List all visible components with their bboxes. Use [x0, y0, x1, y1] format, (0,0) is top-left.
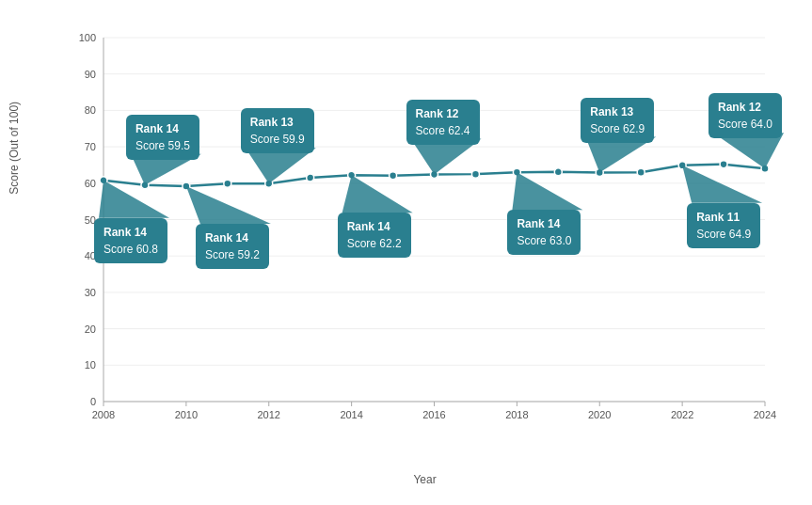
- svg-point-51: [471, 170, 479, 178]
- svg-point-47: [307, 174, 314, 181]
- svg-point-55: [637, 168, 645, 176]
- svg-point-45: [224, 180, 231, 187]
- svg-text:30: 30: [85, 287, 96, 298]
- svg-text:100: 100: [79, 32, 96, 43]
- svg-text:2012: 2012: [258, 409, 280, 420]
- svg-point-49: [390, 172, 397, 180]
- svg-marker-64: [411, 139, 482, 175]
- svg-text:2014: 2014: [340, 409, 362, 420]
- svg-text:2020: 2020: [588, 409, 611, 420]
- svg-text:2010: 2010: [175, 409, 198, 420]
- svg-marker-61: [186, 186, 271, 224]
- svg-text:40: 40: [85, 250, 96, 261]
- svg-marker-65: [512, 172, 582, 210]
- svg-point-53: [554, 168, 562, 176]
- svg-text:2018: 2018: [505, 409, 528, 420]
- svg-marker-67: [682, 166, 762, 203]
- svg-text:2016: 2016: [422, 409, 445, 420]
- svg-text:70: 70: [85, 141, 96, 152]
- svg-text:0: 0: [90, 396, 96, 407]
- svg-text:80: 80: [85, 104, 96, 116]
- svg-text:2008: 2008: [92, 409, 115, 420]
- svg-text:90: 90: [85, 69, 96, 80]
- chart-area: 0102030405060708090100200820102012201420…: [56, 19, 793, 449]
- svg-text:20: 20: [85, 324, 96, 335]
- svg-text:10: 10: [85, 359, 96, 371]
- y-axis-label: Score (Out of 100): [8, 101, 21, 194]
- svg-text:60: 60: [85, 178, 96, 189]
- svg-marker-66: [585, 137, 656, 173]
- svg-text:2024: 2024: [754, 409, 776, 420]
- x-axis-label: Year: [413, 473, 436, 486]
- svg-text:50: 50: [85, 214, 96, 226]
- svg-text:2022: 2022: [671, 409, 693, 420]
- svg-marker-63: [342, 175, 413, 213]
- svg-point-57: [720, 161, 727, 168]
- chart-svg: 0102030405060708090100200820102012201420…: [56, 19, 793, 449]
- chart-container: 0102030405060708090100200820102012201420…: [0, 0, 812, 505]
- svg-marker-60: [131, 154, 201, 185]
